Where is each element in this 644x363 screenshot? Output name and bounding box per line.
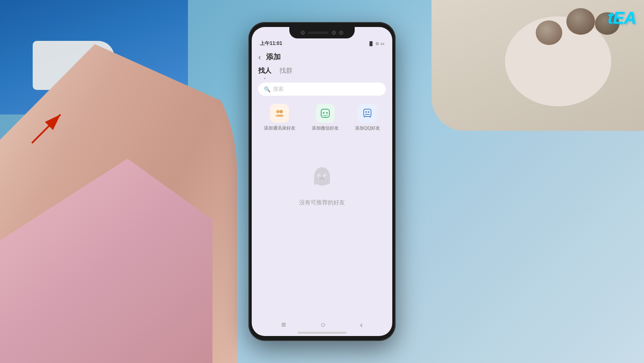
nav-menu-button[interactable]: ≡ (281, 320, 286, 329)
phone-device: 上午11:01 ▐▌ ⊙ ▭ ‹ 添加 找人 找群 (248, 22, 396, 341)
svg-point-18 (324, 175, 326, 177)
back-button[interactable]: ‹ (258, 52, 261, 62)
svg-rect-11 (364, 117, 365, 117)
contacts-svg (274, 108, 285, 119)
tab-find-group[interactable]: 找群 (280, 67, 293, 77)
svg-point-8 (365, 111, 367, 113)
add-contacts-friend-button[interactable]: 添加通讯录好友 (264, 104, 295, 131)
svg-point-5 (323, 112, 324, 114)
signal-icon: ▐▌ (368, 41, 374, 46)
svg-point-6 (326, 112, 328, 114)
battery-icon: ▭ (380, 41, 384, 46)
app-content: ‹ 添加 找人 找群 🔍 搜索 (252, 49, 392, 206)
qq-icon (358, 104, 377, 123)
nav-back-button[interactable]: ‹ (360, 320, 363, 329)
status-time: 上午11:01 (260, 40, 282, 47)
search-bar[interactable]: 🔍 搜索 (258, 83, 386, 96)
add-wechat-friend-button[interactable]: 添加微信好友 (312, 104, 339, 131)
svg-point-3 (279, 114, 284, 117)
svg-point-1 (280, 110, 283, 113)
earpiece (308, 31, 329, 34)
svg-rect-4 (321, 109, 329, 117)
search-input[interactable]: 搜索 (273, 85, 284, 93)
contacts-icon (270, 104, 289, 123)
page-title: 添加 (266, 52, 281, 62)
qq-svg (362, 108, 373, 119)
svg-rect-7 (364, 109, 371, 117)
add-qq-friend-button[interactable]: 添加QQ好友 (355, 104, 380, 131)
wifi-icon: ⊙ (376, 41, 379, 46)
contacts-label: 添加通讯录好友 (264, 125, 295, 131)
bottom-navigation: ≡ ○ ‹ (252, 320, 392, 329)
status-icons: ▐▌ ⊙ ▭ (368, 41, 384, 46)
svg-rect-12 (369, 117, 371, 117)
nav-home-button[interactable]: ○ (320, 320, 325, 329)
bg-ball1 (566, 8, 595, 35)
bottom-indicator (297, 332, 347, 334)
svg-point-9 (368, 111, 369, 113)
search-icon: 🔍 (264, 86, 271, 92)
svg-point-17 (319, 175, 320, 177)
qq-label: 添加QQ好友 (355, 125, 380, 131)
svg-point-0 (276, 110, 280, 113)
front-camera (301, 31, 305, 35)
sensor2 (339, 31, 343, 35)
wechat-svg (320, 108, 331, 119)
ghost-icon (308, 164, 336, 193)
tab-find-person[interactable]: 找人 (258, 67, 271, 77)
svg-rect-10 (365, 114, 370, 115)
empty-text: 没有可推荐的好友 (299, 199, 345, 206)
wechat-label: 添加微信好友 (312, 125, 339, 131)
friend-options-row: 添加通讯录好友 添加微信好友 (252, 104, 392, 139)
empty-state: 没有可推荐的好友 (252, 164, 392, 206)
wechat-icon (316, 104, 335, 123)
bg-ball2 (536, 20, 562, 45)
watermark: tEA (608, 8, 636, 28)
notch (289, 27, 355, 38)
header: ‹ 添加 (252, 49, 392, 67)
sensor (332, 31, 336, 35)
phone-screen: 上午11:01 ▐▌ ⊙ ▭ ‹ 添加 找人 找群 (252, 27, 392, 336)
tab-bar: 找人 找群 (252, 67, 392, 77)
